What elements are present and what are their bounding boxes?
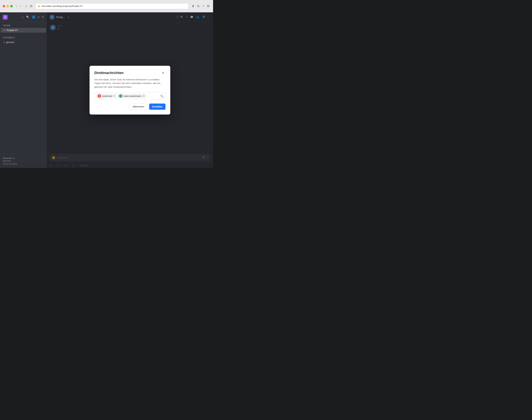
modal-title: Direktnachrichten: [94, 71, 124, 75]
app-container: ✦ ⌂ 🔍 🌐 ≡ ✎ Teams ⇄ Projekt XY Channels …: [0, 12, 213, 168]
traffic-lights: [3, 5, 13, 7]
team-icon: ⇄: [3, 29, 5, 31]
maxi-avatar-svg: [119, 94, 122, 98]
new-tab-button[interactable]: +: [201, 4, 205, 9]
footer-text: Akademie derBildendenKünste Nürnberg: [3, 157, 44, 165]
modal-header: Direktnachrichten ✕: [94, 71, 165, 75]
channels-label: Channels: [0, 35, 47, 40]
rocket-cat-name: rocket.cat: [102, 95, 112, 97]
sidebar-footer: Akademie derBildendenKünste Nürnberg: [0, 154, 47, 168]
fullscreen-window-button[interactable]: [10, 5, 13, 7]
sidebar-item-general[interactable]: # general: [1, 40, 46, 45]
remove-maxi-button[interactable]: ✕: [143, 95, 145, 97]
browser-navigation: ‹ ›: [15, 4, 22, 9]
downloads-button[interactable]: ⬇: [191, 4, 195, 9]
channel-name: general: [6, 41, 14, 44]
modal-close-button[interactable]: ✕: [161, 71, 165, 75]
user-tag-rocket-cat: R rocket.cat ✕: [96, 94, 116, 98]
sidebar: ✦ ⌂ 🔍 🌐 ≡ ✎ Teams ⇄ Projekt XY Channels …: [0, 12, 47, 168]
teams-section: Teams ⇄ Projekt XY: [0, 22, 47, 34]
sidebar-header-icons: ⌂ 🔍 🌐 ≡ ✎: [10, 15, 44, 19]
main-content: P Proje... ⇄ ℹ 🔍 # 💬 👥 🔎 ⋮ M: [47, 12, 213, 168]
create-button[interactable]: Erstellen: [149, 104, 165, 110]
home-button[interactable]: ⌂: [24, 4, 28, 9]
sort-icon[interactable]: ≡: [38, 16, 39, 19]
address-bar[interactable]: 🔒 chat.adbk-nuernberg.de/group/Projekt-X…: [35, 3, 189, 9]
app-logo[interactable]: ✦: [3, 15, 8, 20]
modal-actions: Abbrechen Erstellen: [94, 104, 165, 110]
hash-icon: #: [3, 41, 5, 44]
maxi-avatar: [119, 94, 122, 98]
cancel-button[interactable]: Abbrechen: [129, 104, 147, 110]
teams-label: Teams: [0, 23, 47, 28]
edit-icon[interactable]: ✎: [42, 15, 44, 19]
user-search-field[interactable]: R rocket.cat ✕: [94, 92, 165, 100]
browser-extra-controls: ⌂ ⧉: [24, 4, 33, 9]
rocket-cat-avatar: R: [98, 94, 101, 98]
forward-button[interactable]: ›: [19, 4, 22, 9]
team-name: Projekt XY: [7, 29, 18, 31]
reload-button[interactable]: ↻: [196, 4, 201, 9]
direct-message-modal: Direktnachrichten ✕ Sie sind dabei, eine…: [90, 66, 170, 115]
minimize-window-button[interactable]: [7, 5, 9, 7]
modal-description: Sie sind dabei, einen Chat mit mehreren …: [94, 78, 165, 89]
remove-rocket-cat-button[interactable]: ✕: [113, 95, 115, 97]
tabs-button[interactable]: ⧉: [206, 4, 210, 9]
user-tag-maxi-mustermann: maxi.mustermann ✕: [118, 94, 146, 98]
lock-icon: 🔒: [38, 5, 40, 7]
close-window-button[interactable]: [3, 5, 5, 7]
browser-chrome: ‹ › ⌂ ⧉ 🔒 chat.adbk-nuernberg.de/group/P…: [0, 0, 213, 12]
search-icon[interactable]: 🔍: [26, 15, 30, 19]
channels-section: Channels # general: [0, 34, 47, 46]
sidebar-item-projekt-xy[interactable]: ⇄ Projekt XY: [1, 28, 46, 33]
search-users-icon[interactable]: 🔍: [160, 94, 164, 98]
tab-switcher-button[interactable]: ⧉: [29, 4, 33, 9]
sidebar-header: ✦ ⌂ 🔍 🌐 ≡ ✎: [0, 12, 47, 22]
back-button[interactable]: ‹: [15, 4, 18, 9]
home-icon[interactable]: ⌂: [22, 16, 24, 19]
user-search-input[interactable]: [147, 95, 159, 97]
globe-icon[interactable]: 🌐: [32, 15, 35, 19]
modal-overlay: Direktnachrichten ✕ Sie sind dabei, eine…: [47, 12, 213, 168]
maxi-name: maxi.mustermann: [123, 95, 141, 97]
url-text: chat.adbk-nuernberg.de/group/Projekt-XY: [41, 5, 83, 7]
browser-actions: ⬇ ↻ + ⧉: [191, 4, 210, 9]
